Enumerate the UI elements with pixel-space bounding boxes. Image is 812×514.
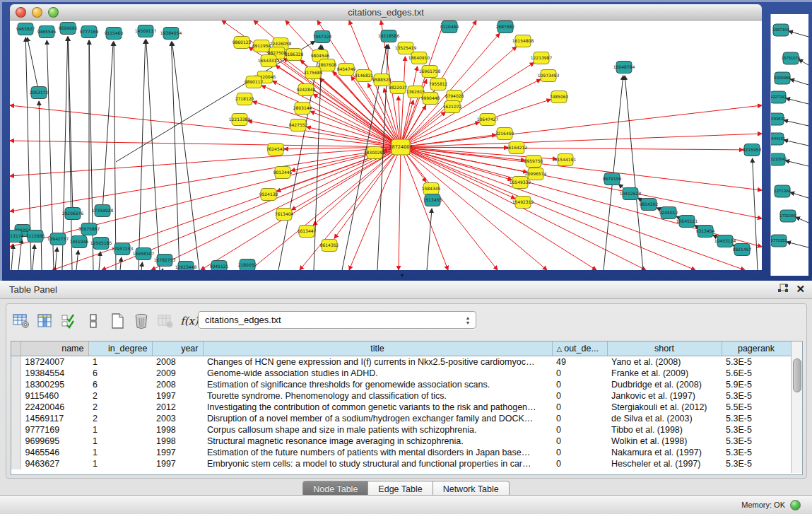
network-edge[interactable] <box>146 40 160 270</box>
function-builder-icon[interactable]: f(x) <box>179 310 200 332</box>
table-cell[interactable]: 18724007 <box>20 356 88 368</box>
network-node[interactable]: 8427552 <box>289 119 308 132</box>
table-cell[interactable]: de Silva et al. (2003) <box>607 413 722 424</box>
table-row[interactable]: 1938455462009Genome-wide association stu… <box>11 368 791 379</box>
network-node[interactable]: 1271304 <box>774 185 791 197</box>
network-node[interactable]: 18724007 <box>389 139 412 155</box>
network-edge[interactable] <box>120 257 122 270</box>
network-edge[interactable] <box>273 81 401 147</box>
network-edge[interactable] <box>784 140 808 146</box>
network-edge[interactable] <box>796 217 808 223</box>
table-cell[interactable]: 2012 <box>152 402 203 413</box>
delete-columns-icon[interactable] <box>131 310 152 332</box>
table-cell[interactable]: 18300295 <box>20 379 88 390</box>
network-edge[interactable] <box>401 147 498 270</box>
network-node[interactable]: 18640910 <box>408 52 430 64</box>
table-cell[interactable]: 6 <box>88 379 152 390</box>
network-node[interactable]: 8454749 <box>337 64 356 76</box>
table-cell[interactable]: 22420046 <box>20 402 88 413</box>
table-cell[interactable]: 5.3E-5 <box>722 436 791 447</box>
table-cell[interactable]: Investigating the contribution of common… <box>203 402 552 413</box>
network-node[interactable]: 9699695 <box>59 23 78 35</box>
table-cell[interactable]: 5.9E-5 <box>722 379 791 390</box>
network-canvas[interactable]: 1872400798601238912954224260589827508165… <box>10 21 762 270</box>
table-row[interactable]: 1872400712008Changes of HCN gene express… <box>11 356 791 368</box>
table-cell[interactable]: 5.3E-5 <box>722 413 791 424</box>
table-row[interactable]: 1456911722003Disruption of a novel membe… <box>11 413 791 424</box>
network-node[interactable]: 9313454 <box>696 226 715 238</box>
scrollbar-thumb[interactable] <box>793 358 801 392</box>
network-edge[interactable] <box>10 147 401 211</box>
network-edge[interactable] <box>139 40 146 270</box>
network-node[interactable]: 8186328 <box>285 49 304 61</box>
network-node[interactable]: 12213987 <box>531 52 553 64</box>
clear-selection-icon[interactable] <box>83 310 104 332</box>
table-cell[interactable]: Structural magnetic resonance image aver… <box>203 436 552 447</box>
network-node[interactable]: 16958107 <box>133 248 155 260</box>
table-cell[interactable]: 1997 <box>152 390 203 402</box>
table-cell[interactable]: 5.3E-5 <box>722 424 791 436</box>
table-cell[interactable]: 5.3E-5 <box>722 390 791 402</box>
network-node[interactable]: 20996574 <box>525 168 547 180</box>
network-edge[interactable] <box>790 192 808 198</box>
table-cell[interactable]: Tourette syndrome. Phenomenology and cla… <box>203 390 552 402</box>
network-edge[interactable] <box>114 42 116 270</box>
network-edge[interactable] <box>252 102 401 147</box>
network-node[interactable]: 8959758 <box>524 156 543 168</box>
table-cell[interactable]: 9115460 <box>20 390 88 402</box>
network-node[interactable]: 19384554 <box>160 28 182 40</box>
panel-resize-grip[interactable]: ▾ <box>401 273 404 279</box>
network-node[interactable]: 8679199 <box>603 173 622 185</box>
table-vertical-scrollbar[interactable] <box>791 341 802 473</box>
network-node[interactable]: 7957224 <box>313 31 332 43</box>
network-edge[interactable] <box>39 101 42 270</box>
network-node[interactable]: 9227343 <box>771 91 787 103</box>
table-cell[interactable]: Corpus callosum shape and size in male p… <box>203 424 552 436</box>
network-node[interactable]: 2053172 <box>30 87 49 99</box>
network-node[interactable]: 18300295 <box>364 147 386 159</box>
table-cell[interactable]: 2003 <box>152 413 203 424</box>
table-cell[interactable]: Changes of HCN gene expression and I(f) … <box>203 356 552 368</box>
network-node[interactable]: 17957253 <box>112 243 134 255</box>
network-node[interactable]: 9146821 <box>355 70 374 82</box>
column-header-out_de[interactable]: △out_de... <box>552 341 607 356</box>
table-cell[interactable]: 0 <box>552 424 607 436</box>
column-header-title[interactable]: title <box>203 341 552 356</box>
network-edge[interactable] <box>401 62 534 147</box>
network-node[interactable]: 3216450 <box>495 128 514 140</box>
network-edge[interactable] <box>799 59 808 65</box>
network-node[interactable]: 9588520 <box>372 74 392 86</box>
network-edge[interactable] <box>151 147 401 270</box>
network-edge[interactable] <box>201 147 401 270</box>
table-cell[interactable]: 0 <box>552 413 607 424</box>
table-cell[interactable]: 19384554 <box>20 368 88 379</box>
table-cell[interactable]: 2 <box>88 402 152 413</box>
network-node[interactable]: 12444151 <box>771 133 786 145</box>
network-node[interactable]: 16782753 <box>154 255 176 267</box>
table-cell[interactable]: Estimation of the future numbers of pati… <box>203 447 552 458</box>
network-node[interactable]: 7955812 <box>429 78 448 90</box>
network-node[interactable]: 3175685 <box>304 67 323 79</box>
column-header-year[interactable]: year <box>152 341 203 356</box>
network-edge[interactable] <box>753 158 758 270</box>
table-cell[interactable]: Estimation of significance thresholds fo… <box>203 379 552 390</box>
network-edge[interactable] <box>102 42 113 211</box>
network-edge[interactable] <box>89 40 93 270</box>
table-row[interactable]: 969969511998Structural magnetic resonanc… <box>11 436 791 447</box>
table-row[interactable]: 946362711997Embryonic stem cells: a mode… <box>11 458 791 469</box>
network-node[interactable]: 6794028 <box>445 90 464 103</box>
network-node[interactable]: 1451946 <box>70 236 89 248</box>
network-node[interactable]: 1731065 <box>779 210 796 222</box>
table-cell[interactable]: 5.3E-5 <box>722 458 791 469</box>
network-node[interactable]: 8013446 <box>273 167 293 179</box>
network-edge[interactable] <box>313 147 401 226</box>
network-edge[interactable] <box>10 147 401 247</box>
network-edge[interactable] <box>11 245 13 270</box>
network-edge[interactable] <box>401 122 480 147</box>
network-node[interactable]: 9860123 <box>233 37 252 49</box>
network-node[interactable]: 9777169 <box>80 26 99 38</box>
table-row[interactable]: 1830029562008Estimation of significance … <box>11 379 791 390</box>
table-cell[interactable]: 1 <box>88 436 152 447</box>
table-cell[interactable]: 9699695 <box>20 436 88 447</box>
network-node[interactable]: 9463627 <box>16 23 35 35</box>
